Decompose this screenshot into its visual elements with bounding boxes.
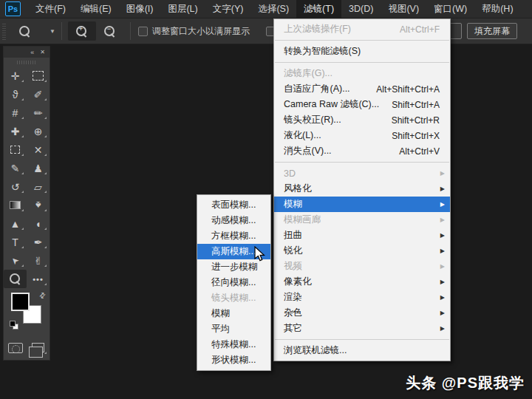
- clone-stamp-tool-icon: ♟: [33, 163, 43, 174]
- content-aware-move-tool[interactable]: ✕: [27, 140, 50, 159]
- menu-item[interactable]: Camera Raw 滤镜(C)...Shift+Ctrl+A: [274, 97, 450, 112]
- menu-item[interactable]: 风格化▶: [274, 181, 450, 197]
- menubar-item[interactable]: 滤镜(T): [296, 0, 341, 18]
- blur-tool[interactable]: ♠: [27, 196, 50, 214]
- quick-selection-tool[interactable]: ✐: [27, 85, 50, 103]
- dodge-tool[interactable]: ◖: [27, 214, 50, 233]
- menu-item[interactable]: 扭曲▶: [274, 228, 450, 243]
- menu-item[interactable]: 径向模糊...: [197, 275, 270, 290]
- healing-brush-tool[interactable]: ⊕: [27, 122, 50, 140]
- history-brush-tool[interactable]: ↺: [4, 177, 27, 196]
- blur-submenu: 表面模糊...动感模糊...方框模糊...高斯模糊...进一步模糊径向模糊...…: [197, 194, 271, 371]
- spot-healing-brush-tool[interactable]: ✚: [4, 122, 27, 140]
- zoom-in-button[interactable]: +: [68, 21, 96, 41]
- menu-item-label: 自适应广角(A)...: [284, 83, 350, 95]
- path-selection-tool[interactable]: ➤: [4, 251, 27, 270]
- menu-item[interactable]: 方框模糊...: [197, 228, 270, 244]
- move-tool[interactable]: ✛: [4, 66, 27, 85]
- menu-item-label: 模糊: [211, 307, 230, 320]
- menu-item[interactable]: 镜头模糊...: [197, 290, 270, 306]
- menu-item[interactable]: 渲染▶: [274, 290, 450, 305]
- menu-item-label: 扭曲: [284, 229, 302, 242]
- tool-row: ✎♟: [4, 159, 50, 177]
- menu-item-label: 渲染: [284, 291, 302, 304]
- menu-item[interactable]: 自适应广角(A)...Alt+Shift+Ctrl+A: [274, 81, 450, 97]
- menu-item[interactable]: 液化(L)...Shift+Ctrl+X: [274, 128, 450, 143]
- watermark-badge: 头条: [406, 375, 437, 391]
- hand-tool[interactable]: ✌: [27, 251, 50, 270]
- menu-item[interactable]: 转换为智能滤镜(S): [274, 44, 450, 59]
- quick-mask-button[interactable]: [4, 338, 27, 357]
- menu-item[interactable]: 上次滤镜操作(F)Alt+Ctrl+F: [274, 21, 450, 37]
- tool-row: ➤✌: [4, 251, 50, 270]
- lasso-tool[interactable]: ϑ: [4, 85, 27, 103]
- sharpen-tool[interactable]: ▲: [4, 214, 27, 233]
- menubar-item[interactable]: 图像(I): [119, 0, 161, 18]
- zoom-tool[interactable]: [4, 270, 27, 288]
- close-panel-icon[interactable]: ✕: [40, 49, 45, 55]
- menu-item[interactable]: 模糊画廊▶: [274, 212, 450, 228]
- menubar-item[interactable]: 窗口(W): [426, 0, 474, 18]
- swap-colors-icon[interactable]: ⇄: [37, 290, 47, 301]
- crop-tool[interactable]: #: [4, 103, 27, 122]
- menubar-item[interactable]: 图层(L): [160, 0, 205, 18]
- tool-row: ♠: [4, 196, 50, 214]
- menu-item[interactable]: 特殊模糊...: [197, 337, 270, 352]
- menu-item[interactable]: 滤镜库(G)...: [274, 66, 450, 81]
- eraser-tool[interactable]: ▱: [27, 177, 50, 196]
- eyedropper-tool[interactable]: ✏: [27, 103, 50, 122]
- menu-item[interactable]: 其它▶: [274, 321, 450, 336]
- menubar-item[interactable]: 视图(V): [381, 0, 426, 18]
- menu-item[interactable]: 模糊▶: [274, 197, 450, 212]
- menu-item[interactable]: 3D▶: [274, 166, 450, 181]
- screen-mode-icon: [32, 343, 44, 352]
- fill-screen-button[interactable]: 填充屏幕: [467, 23, 517, 39]
- menu-item-label: 特殊模糊...: [211, 338, 256, 351]
- menu-item[interactable]: 像素化▶: [274, 274, 450, 290]
- foreground-color-swatch[interactable]: [11, 293, 30, 311]
- default-colors-icon[interactable]: [10, 321, 18, 330]
- menu-item[interactable]: 视频▶: [274, 259, 450, 274]
- gradient-tool[interactable]: [4, 196, 27, 214]
- rectangular-marquee-tool[interactable]: [27, 66, 50, 85]
- pattern-selection-tool[interactable]: [4, 140, 27, 159]
- quick-mask-icon: [8, 343, 23, 353]
- menu-item[interactable]: 形状模糊...: [197, 352, 270, 368]
- quick-selection-tool-icon: ✐: [34, 89, 43, 100]
- brush-tool[interactable]: ✎: [4, 159, 27, 177]
- menu-item[interactable]: 杂色▶: [274, 305, 450, 321]
- menu-item-label: 消失点(V)...: [284, 145, 332, 157]
- panel-grip-handle[interactable]: [4, 58, 50, 66]
- tool-preset-picker[interactable]: ▼: [19, 26, 55, 37]
- menu-item[interactable]: 模糊: [197, 306, 270, 321]
- menu-item-label: 液化(L)...: [284, 129, 321, 142]
- menubar-item[interactable]: 帮助(H): [474, 0, 520, 18]
- menubar-item[interactable]: 选择(S): [250, 0, 296, 18]
- filter-menu: 上次滤镜操作(F)Alt+Ctrl+F转换为智能滤镜(S)滤镜库(G)...自适…: [273, 18, 451, 361]
- zoom-out-button[interactable]: −: [96, 21, 124, 41]
- menubar-item[interactable]: 3D(D): [341, 0, 381, 18]
- resize-window-checkbox-group[interactable]: 调整窗口大小以满屏显示: [138, 25, 250, 38]
- menu-item[interactable]: 平均: [197, 321, 270, 337]
- eraser-tool-icon: ▱: [34, 181, 42, 193]
- edit-toolbar-button[interactable]: •••: [27, 270, 50, 288]
- menubar-item[interactable]: 文字(Y): [205, 0, 251, 18]
- content-aware-move-tool-icon: ✕: [34, 144, 43, 156]
- tool-row: ✛: [4, 66, 50, 85]
- menu-item[interactable]: 动感模糊...: [197, 213, 270, 228]
- resize-window-checkbox[interactable]: [138, 27, 148, 36]
- collapse-panel-icon[interactable]: «: [30, 49, 34, 56]
- pattern-selection-tool-icon: [10, 146, 20, 154]
- menu-item[interactable]: 浏览联机滤镜...: [274, 343, 450, 358]
- options-bar-grip-handle[interactable]: [2, 22, 6, 40]
- clone-stamp-tool[interactable]: ♟: [27, 159, 50, 177]
- screen-mode-button[interactable]: [27, 338, 50, 357]
- menu-item[interactable]: 消失点(V)...Alt+Ctrl+V: [274, 143, 450, 159]
- type-tool[interactable]: T: [4, 233, 27, 251]
- menubar-item[interactable]: 编辑(E): [73, 0, 119, 18]
- pen-tool[interactable]: ✒: [27, 233, 50, 251]
- menubar-item[interactable]: 文件(F): [28, 0, 73, 18]
- menu-item[interactable]: 表面模糊...: [197, 197, 270, 213]
- menu-item[interactable]: 锐化▶: [274, 243, 450, 259]
- menu-item[interactable]: 镜头校正(R)...Shift+Ctrl+R: [274, 112, 450, 128]
